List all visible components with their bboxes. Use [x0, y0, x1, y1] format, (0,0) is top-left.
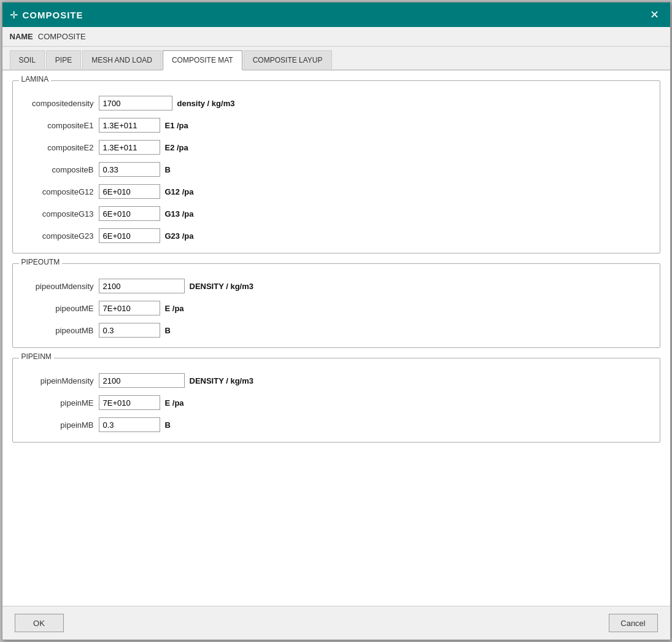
bottom-bar: OK Cancel: [2, 606, 670, 640]
unit-density: density / kg/m3: [177, 99, 235, 108]
tab-composite-mat[interactable]: COMPOSITE MAT: [163, 50, 242, 71]
unit-pipeoutmb: B: [165, 326, 171, 335]
name-value: COMPOSITE: [38, 32, 86, 41]
unit-pipeinm-density: DENSITY / kg/m3: [190, 376, 254, 385]
field-row-pipeoutmb: pipeoutMB B: [23, 323, 650, 338]
unit-e1: E1 /pa: [165, 121, 188, 130]
label-compositeG12: compositeG12: [23, 187, 96, 196]
field-row-g12: compositeG12 G12 /pa: [23, 184, 650, 199]
input-compositedensity[interactable]: [99, 96, 172, 110]
lamina-group: LAMINA compositedensity density / kg/m3 …: [12, 80, 660, 253]
title-bar-left: ✛ COMPOSITE: [10, 9, 83, 21]
unit-pipeoutme: E /pa: [165, 304, 184, 313]
unit-g13: G13 /pa: [165, 209, 194, 219]
field-row-pipeoutm-density: pipeoutMdensity DENSITY / kg/m3: [23, 279, 650, 293]
label-pipeoutMdensity: pipeoutMdensity: [23, 282, 96, 291]
input-pipeinMB[interactable]: [99, 417, 160, 432]
unit-pipeinme: E /pa: [165, 398, 184, 408]
field-row-pipeinme: pipeinME E /pa: [23, 395, 650, 410]
label-pipeoutME: pipeoutME: [23, 304, 96, 313]
input-compositeG12[interactable]: [99, 184, 160, 199]
input-compositeE1[interactable]: [99, 118, 160, 133]
tab-composite-layup[interactable]: COMPOSITE LAYUP: [244, 50, 332, 69]
field-row-e2: compositeE2 E2 /pa: [23, 140, 650, 155]
label-compositeG23: compositeG23: [23, 231, 96, 241]
pipeoutm-group: PIPEOUTM pipeoutMdensity DENSITY / kg/m3…: [12, 263, 660, 348]
label-pipeinMdensity: pipeinMdensity: [23, 376, 96, 385]
pipeinm-title: PIPEINM: [19, 352, 54, 361]
close-button[interactable]: ✕: [646, 8, 663, 21]
input-pipeinMdensity[interactable]: [99, 373, 185, 388]
tab-mesh-and-load[interactable]: MESH AND LOAD: [82, 50, 161, 69]
cancel-button[interactable]: Cancel: [609, 614, 658, 632]
unit-b: B: [165, 165, 171, 174]
tab-soil[interactable]: SOIL: [10, 50, 45, 69]
field-row-pipeoutme: pipeoutME E /pa: [23, 301, 650, 315]
label-pipeoutMB: pipeoutMB: [23, 326, 96, 335]
input-compositeB[interactable]: [99, 162, 160, 177]
unit-e2: E2 /pa: [165, 143, 188, 152]
unit-pipeoutm-density: DENSITY / kg/m3: [190, 282, 254, 291]
label-compositeE1: compositeE1: [23, 121, 96, 130]
pipeinm-group: PIPEINM pipeinMdensity DENSITY / kg/m3 p…: [12, 358, 660, 443]
name-row: NAME COMPOSITE: [2, 27, 670, 47]
pipeoutm-title: PIPEOUTM: [19, 258, 63, 266]
field-row-e1: compositeE1 E1 /pa: [23, 118, 650, 133]
input-compositeG23[interactable]: [99, 228, 160, 243]
input-compositeG13[interactable]: [99, 206, 160, 221]
label-pipeinME: pipeinME: [23, 398, 96, 408]
input-compositeE2[interactable]: [99, 140, 160, 155]
content-area: LAMINA compositedensity density / kg/m3 …: [2, 71, 670, 606]
lamina-title: LAMINA: [19, 75, 52, 83]
title-text: COMPOSITE: [23, 10, 83, 20]
input-pipeoutMdensity[interactable]: [99, 279, 185, 293]
field-row-pipeinmb: pipeinMB B: [23, 417, 650, 432]
unit-g23: G23 /pa: [165, 231, 194, 241]
unit-pipeinmb: B: [165, 420, 171, 430]
label-compositeG13: compositeG13: [23, 209, 96, 219]
input-pipeoutME[interactable]: [99, 301, 160, 315]
name-label: NAME: [10, 32, 33, 41]
ok-button[interactable]: OK: [15, 614, 64, 632]
field-row-g13: compositeG13 G13 /pa: [23, 206, 650, 221]
unit-g12: G12 /pa: [165, 187, 194, 196]
field-row-g23: compositeG23 G23 /pa: [23, 228, 650, 243]
field-row-pipeinm-density: pipeinMdensity DENSITY / kg/m3: [23, 373, 650, 388]
label-compositeB: compositeB: [23, 165, 96, 174]
title-icon: ✛: [10, 9, 18, 21]
title-bar: ✛ COMPOSITE ✕: [2, 2, 670, 27]
input-pipeinME[interactable]: [99, 395, 160, 410]
composite-dialog: ✛ COMPOSITE ✕ NAME COMPOSITE SOIL PIPE M…: [2, 2, 671, 640]
tabs-row: SOIL PIPE MESH AND LOAD COMPOSITE MAT CO…: [2, 47, 670, 71]
input-pipeoutMB[interactable]: [99, 323, 160, 338]
field-row-density: compositedensity density / kg/m3: [23, 96, 650, 110]
label-compositedensity: compositedensity: [23, 99, 96, 108]
label-compositeE2: compositeE2: [23, 143, 96, 152]
label-pipeinMB: pipeinMB: [23, 420, 96, 430]
field-row-b: compositeB B: [23, 162, 650, 177]
tab-pipe[interactable]: PIPE: [46, 50, 81, 69]
